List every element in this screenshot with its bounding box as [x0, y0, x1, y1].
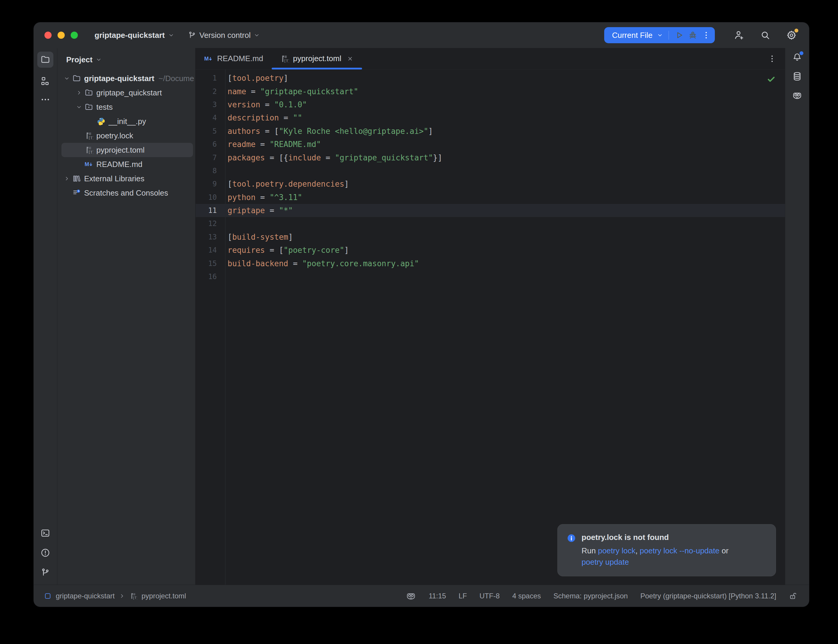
line-number[interactable]: 1: [196, 74, 225, 82]
tab-options-button[interactable]: [767, 54, 777, 63]
settings-button[interactable]: [786, 30, 797, 41]
status-item[interactable]: 4 spaces: [512, 592, 541, 600]
status-item[interactable]: 11:15: [429, 592, 446, 600]
notification-text: or: [719, 546, 728, 555]
chevron-right-icon[interactable]: [74, 89, 84, 96]
project-panel-header[interactable]: Project: [57, 48, 196, 71]
vcs-widget[interactable]: Version control: [187, 31, 260, 40]
code-line-4[interactable]: 4description = "": [196, 111, 785, 124]
code-line-2[interactable]: 2name = "griptape-quickstart": [196, 85, 785, 98]
line-number[interactable]: 10: [196, 193, 225, 202]
tree-item-griptape-quickstart[interactable]: griptape-quickstart~/Docume: [61, 71, 193, 85]
line-number[interactable]: 14: [196, 246, 225, 254]
toml-icon: [T]: [280, 54, 289, 63]
python-icon: [97, 117, 105, 126]
debug-button[interactable]: [688, 30, 698, 40]
chevron-right-icon[interactable]: [61, 175, 72, 182]
more-icon[interactable]: [40, 95, 50, 105]
close-tab-icon[interactable]: [347, 55, 354, 62]
code-editor[interactable]: 1[tool.poetry]2name = "griptape-quicksta…: [196, 69, 785, 585]
code-line-9[interactable]: 9[tool.poetry.dependencies]: [196, 177, 785, 191]
notification-link[interactable]: poetry lock: [598, 546, 636, 555]
tree-item-readme-md[interactable]: MREADME.md: [61, 157, 193, 171]
search-everywhere-button[interactable]: [759, 30, 771, 41]
code-line-3[interactable]: 3version = "0.1.0": [196, 98, 785, 111]
lock-open-icon[interactable]: [789, 591, 798, 600]
add-user-button[interactable]: [733, 30, 745, 41]
notification-title: poetry.lock is not found: [582, 533, 728, 542]
terminal-icon[interactable]: [40, 528, 50, 538]
tree-item-external-libraries[interactable]: External Libraries: [61, 171, 193, 186]
line-number[interactable]: 2: [196, 87, 225, 96]
more-run-options-button[interactable]: [702, 31, 711, 39]
code-line-16[interactable]: 16: [196, 270, 785, 283]
chevron-down-icon[interactable]: [61, 75, 72, 82]
code-line-5[interactable]: 5authors = ["Kyle Roche <hello@griptape.…: [196, 125, 785, 138]
project-widget-label: griptape-quickstart: [95, 31, 165, 40]
line-number[interactable]: 4: [196, 113, 225, 122]
tree-item-path: ~/Docume: [159, 74, 194, 83]
tree-item-label: README.md: [96, 160, 143, 169]
code-line-text: build-backend = "poetry.core.masonry.api…: [225, 259, 419, 268]
tree-item--init-py[interactable]: __init__.py: [61, 114, 193, 128]
breadcrumb-project[interactable]: griptape-quickstart: [56, 592, 115, 600]
ai-assistant-icon[interactable]: [792, 90, 802, 100]
notification-link[interactable]: poetry update: [582, 557, 629, 567]
code-line-12[interactable]: 12: [196, 217, 785, 230]
line-number[interactable]: 13: [196, 233, 225, 241]
tree-item-griptape-quickstart[interactable]: griptape_quickstart: [61, 85, 193, 100]
close-window-button[interactable]: [44, 31, 52, 39]
main-area: Project griptape-quickstart~/Documegript…: [34, 48, 809, 585]
code-line-11[interactable]: 11griptape = "*": [196, 204, 785, 217]
code-line-1[interactable]: 1[tool.poetry]: [196, 72, 785, 85]
line-number[interactable]: 3: [196, 100, 225, 109]
code-line-14[interactable]: 14requires = ["poetry-core"]: [196, 243, 785, 257]
status-item[interactable]: Poetry (griptape-quickstart) [Python 3.1…: [640, 592, 776, 600]
structure-icon[interactable]: [40, 76, 50, 86]
code-line-13[interactable]: 13[build-system]: [196, 230, 785, 243]
folder-dot-icon: [84, 103, 93, 112]
chevron-down-icon[interactable]: [657, 32, 663, 38]
project-widget[interactable]: griptape-quickstart: [95, 31, 174, 40]
code-line-10[interactable]: 10python = "^3.11": [196, 191, 785, 204]
run-config-selector[interactable]: Current File: [612, 31, 652, 40]
line-number[interactable]: 16: [196, 273, 225, 281]
line-number[interactable]: 12: [196, 219, 225, 228]
status-item[interactable]: LF: [458, 592, 467, 600]
code-line-8[interactable]: 8: [196, 164, 785, 177]
line-number[interactable]: 15: [196, 260, 225, 268]
minimize-window-button[interactable]: [58, 31, 65, 39]
status-item[interactable]: Schema: pyproject.json: [554, 592, 628, 600]
tab-pyproject-toml[interactable]: [T]pyproject.toml: [272, 48, 362, 69]
tree-item-pyproject-toml[interactable]: [T]pyproject.toml: [61, 143, 193, 157]
tree-item-tests[interactable]: tests: [61, 100, 193, 114]
code-line-6[interactable]: 6readme = "README.md": [196, 138, 785, 151]
notification-text: Run: [582, 546, 598, 555]
copilot-status-icon[interactable]: [406, 591, 416, 601]
tab-readme-md[interactable]: MREADME.md: [196, 48, 272, 69]
tree-item-poetry-lock[interactable]: [T]poetry.lock: [61, 128, 193, 143]
tree-item-scratches-and-consoles[interactable]: Scratches and Consoles: [61, 186, 193, 200]
version-control-icon[interactable]: [40, 567, 50, 578]
line-number[interactable]: 9: [196, 180, 225, 188]
line-number[interactable]: 5: [196, 127, 225, 135]
status-item[interactable]: UTF-8: [480, 592, 500, 600]
breadcrumb-file[interactable]: pyproject.toml: [141, 592, 186, 600]
chevron-down-icon[interactable]: [74, 104, 84, 110]
line-number[interactable]: 8: [196, 167, 225, 175]
run-configuration-widget: Current File: [604, 27, 715, 43]
notifications-button[interactable]: [792, 52, 802, 62]
code-line-text: readme = "README.md": [225, 140, 321, 149]
code-line-7[interactable]: 7packages = [{include = "griptape_quicks…: [196, 151, 785, 164]
line-number[interactable]: 11: [196, 206, 225, 215]
database-icon[interactable]: [792, 71, 802, 81]
problems-icon[interactable]: [40, 548, 50, 558]
line-number[interactable]: 7: [196, 154, 225, 162]
zoom-window-button[interactable]: [71, 31, 78, 39]
line-number[interactable]: 6: [196, 140, 225, 148]
project-tool-button[interactable]: [37, 52, 53, 68]
notification-link[interactable]: poetry lock --no-update: [640, 546, 719, 555]
code-line-15[interactable]: 15build-backend = "poetry.core.masonry.a…: [196, 257, 785, 270]
run-button[interactable]: [674, 30, 684, 40]
svg-text:[T]: [T]: [284, 59, 289, 63]
